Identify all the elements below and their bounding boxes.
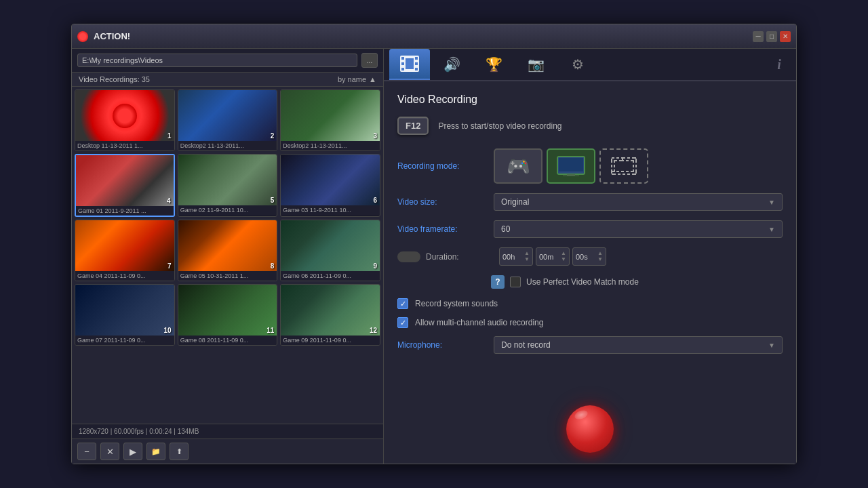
audio-tab-icon: 🔊 [443, 56, 460, 73]
duration-minutes-field[interactable]: 00m ▲ ▼ [536, 247, 570, 266]
list-item[interactable]: 10Game 07 2011-11-09 0... [75, 284, 175, 346]
info-button[interactable]: i [768, 53, 791, 76]
multichannel-checkbox[interactable]: ✓ [397, 317, 408, 328]
seconds-down-arrow[interactable]: ▼ [597, 257, 603, 262]
thumb-label: Game 04 2011-11-09 0... [75, 271, 174, 281]
thumb-number: 5 [271, 197, 275, 204]
tab-bar: 🔊 🏆 📷 ⚙ i [384, 49, 796, 81]
duration-hours-value: 00h [502, 253, 515, 261]
play-button[interactable]: ▶ [123, 443, 142, 460]
sort-arrow-icon: ▲ [369, 75, 376, 83]
maximize-button[interactable]: □ [766, 31, 777, 42]
mode-game-button[interactable]: 🎮 [494, 148, 542, 184]
video-size-row: Video size: Original ▼ [397, 193, 783, 211]
microphone-label: Microphone: [397, 340, 486, 350]
path-input[interactable] [77, 54, 357, 67]
video-framerate-dropdown[interactable]: 60 ▼ [494, 220, 783, 238]
list-item[interactable]: 11Game 08 2011-11-09 0... [178, 284, 278, 346]
hotkey-badge[interactable]: F12 [397, 117, 429, 135]
list-item[interactable]: 9Game 06 2011-11-09 0... [280, 220, 380, 281]
list-item[interactable]: 4Game 01 2011-9-2011 ... [75, 154, 175, 217]
tab-benchmark[interactable]: 🏆 [473, 49, 514, 80]
list-item[interactable]: 6Game 03 11-9-2011 10... [280, 154, 380, 217]
app-logo [77, 31, 88, 42]
hours-up-arrow[interactable]: ▲ [524, 251, 530, 256]
list-item[interactable]: 7Game 04 2011-11-09 0... [75, 220, 175, 281]
video-tab-icon [400, 56, 419, 72]
duration-seconds-field[interactable]: 00s ▲ ▼ [572, 247, 606, 266]
seconds-up-arrow[interactable]: ▲ [597, 251, 603, 256]
thumb-label: Game 09 2011-11-09 0... [281, 336, 380, 345]
help-badge[interactable]: ? [491, 275, 505, 289]
duration-label: Duration: [426, 252, 480, 262]
seconds-spinners[interactable]: ▲ ▼ [597, 251, 603, 262]
microphone-arrow-icon: ▼ [768, 342, 775, 349]
minutes-up-arrow[interactable]: ▲ [561, 251, 566, 256]
thumb-number: 11 [267, 327, 274, 334]
thumb-label: Game 01 2011-9-2011 ... [76, 206, 174, 216]
record-button-container [384, 399, 796, 464]
minutes-down-arrow[interactable]: ▼ [561, 257, 566, 262]
hotkey-description: Press to start/stop video recording [438, 121, 561, 131]
video-size-dropdown[interactable]: Original ▼ [494, 193, 783, 211]
system-sounds-checkbox[interactable]: ✓ [397, 298, 408, 309]
tab-settings[interactable]: ⚙ [557, 49, 598, 80]
video-framerate-row: Video framerate: 60 ▼ [397, 220, 783, 238]
system-sounds-row: ✓ Record system sounds [397, 298, 783, 309]
library-header: Video Recordings: 35 by name ▲ [72, 73, 383, 87]
list-item[interactable]: 5Game 02 11-9-2011 10... [178, 154, 278, 217]
svg-rect-11 [563, 176, 579, 176]
folder-button[interactable]: 📁 [146, 443, 165, 460]
thumb-number: 4 [167, 197, 171, 205]
settings-tab-icon: ⚙ [572, 56, 584, 73]
perfect-video-match-checkbox[interactable] [510, 277, 521, 287]
hours-spinners[interactable]: ▲ ▼ [524, 251, 530, 262]
mode-region-button[interactable] [599, 148, 648, 184]
screenshot-tab-icon: 📷 [528, 56, 545, 73]
cancel-button[interactable]: ✕ [100, 443, 119, 460]
hours-down-arrow[interactable]: ▼ [524, 257, 530, 262]
thumb-number: 9 [373, 262, 377, 270]
microphone-dropdown[interactable]: Do not record ▼ [494, 336, 783, 354]
svg-rect-10 [567, 174, 575, 176]
tab-screenshot[interactable]: 📷 [515, 49, 556, 80]
tab-audio[interactable]: 🔊 [431, 49, 472, 80]
status-text: 868x488 | 60.000fps | 0:00:24 | 134MB [79, 428, 199, 435]
minutes-spinners[interactable]: ▲ ▼ [561, 251, 566, 262]
delete-button[interactable]: − [77, 443, 96, 460]
duration-hours-field[interactable]: 00h ▲ ▼ [499, 247, 533, 266]
record-button[interactable] [566, 405, 614, 453]
list-item[interactable]: 3Desktop2 11-13-2011... [280, 89, 380, 151]
video-size-value: Original [501, 197, 529, 207]
path-menu-button[interactable]: ... [361, 53, 378, 68]
thumb-label: Game 06 2011-11-09 0... [281, 271, 380, 281]
settings-content: Video Recording F12 Press to start/stop … [384, 81, 796, 399]
info-icon: i [777, 57, 781, 73]
sort-label: by name [338, 75, 366, 83]
list-item[interactable]: 8Game 05 10-31-2011 1... [178, 220, 278, 281]
list-item[interactable]: 2Desktop2 11-13-2011... [178, 89, 278, 151]
minimize-button[interactable]: ─ [753, 31, 764, 42]
mode-desktop-button[interactable] [547, 148, 595, 184]
close-button[interactable]: ✕ [780, 31, 791, 42]
thumb-label: Game 05 10-31-2011 1... [178, 271, 277, 281]
library-count: Video Recordings: 35 [79, 75, 150, 83]
duration-toggle[interactable] [397, 251, 420, 262]
thumb-label: Desktop2 11-13-2011... [281, 141, 380, 150]
list-item[interactable]: 12Game 09 2011-11-09 0... [280, 284, 380, 346]
video-grid-container[interactable]: 1Desktop 11-13-2011 1...2Desktop2 11-13-… [72, 87, 383, 424]
upload-button[interactable]: ⬆ [170, 443, 189, 460]
list-item[interactable]: 1Desktop 11-13-2011 1... [75, 89, 175, 151]
microphone-value: Do not record [501, 340, 551, 350]
region-mode-icon [609, 155, 639, 177]
tab-video[interactable] [389, 49, 430, 80]
video-framerate-label: Video framerate: [397, 224, 486, 234]
mode-buttons: 🎮 [494, 148, 648, 184]
thumb-label: Desktop 11-13-2011 1... [75, 141, 174, 150]
thumb-number: 2 [271, 132, 275, 140]
library-sort[interactable]: by name ▲ [338, 75, 376, 83]
thumb-number: 8 [271, 262, 275, 270]
thumb-label: Game 03 11-9-2011 10... [281, 205, 380, 215]
system-sounds-label: Record system sounds [415, 299, 498, 308]
perfect-video-match-row: ? Use Perfect Video Match mode [397, 275, 783, 289]
